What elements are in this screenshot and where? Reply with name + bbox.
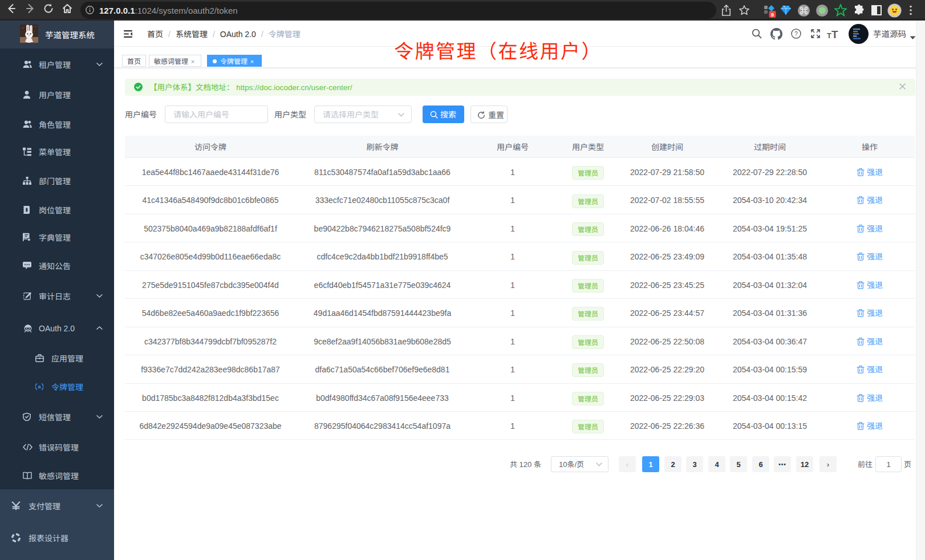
svg-text:a: a [38,384,41,389]
svg-text:9: 9 [771,11,774,18]
svg-text:?: ? [794,30,798,37]
